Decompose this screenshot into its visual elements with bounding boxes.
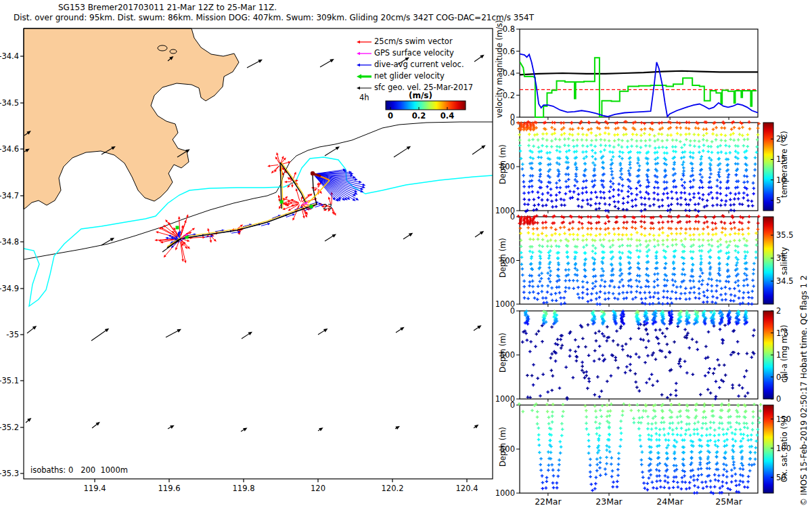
island: [170, 49, 177, 54]
map-x-tick-label: 119.6: [158, 484, 181, 493]
gps-fix-marker: [176, 226, 179, 230]
swim-vector-arrows: [154, 152, 336, 263]
oxygen-depth-label: Depth (m): [498, 427, 508, 467]
map-y-tick-label: -34.8: [0, 237, 19, 247]
map-colorbar-tick-1: 0.2: [412, 112, 426, 121]
date-tick-label: 25Mar: [715, 496, 742, 507]
colorbar-tick-label: 34.5: [776, 276, 794, 286]
map-colorbar-title: (m/s): [409, 91, 432, 100]
salinity-depth-label: Depth (m): [498, 238, 508, 278]
isobaths-label: isobaths: 0 200 1000m: [30, 466, 128, 475]
colorbar: [763, 405, 773, 493]
copyright-text: © IMOS 15-Feb-2019 02:50:17 Hobart time.…: [799, 275, 809, 506]
salinity-colorbar-title: salinity: [780, 247, 789, 275]
colorbar-tick-label: 2: [776, 306, 781, 316]
gps-fix-marker: [280, 200, 284, 204]
isobath-1000m: [24, 157, 493, 306]
temperature-depth-label: Depth (m): [498, 144, 508, 184]
velocity-panel: 00.20.40.60.8: [503, 24, 758, 122]
land-area: [24, 28, 239, 209]
colorbar: [763, 217, 773, 304]
map-y-tick-label: -34.5: [0, 98, 19, 108]
oxygen-colorbar-title: Ox. sat. ratio (%): [780, 416, 789, 482]
figure-title: SG153 Bremer201703011 21-Mar 12Z to 25-M…: [58, 3, 277, 12]
chlorophyll-scatter: [521, 310, 756, 400]
colorbar-tick-label: 0: [776, 394, 781, 404]
map-y-tick-label: -34.4: [0, 51, 19, 61]
gps-fix-marker: [185, 236, 189, 239]
velocity-tick-label: 0.4: [503, 68, 515, 78]
chlorophyll-panel: 0500100000.511.52: [495, 306, 789, 404]
oxygen-panel: 050010005010015022Mar23Mar24Mar25Mar: [495, 400, 791, 507]
glider-mission-figure: -34.4-34.5-34.6-34.7-34.8-34.9-35-35.1-3…: [0, 0, 812, 508]
chlorophyll-colorbar-title: chl-a (mg m-3): [780, 325, 789, 383]
depth-tick-label: 0: [510, 306, 515, 316]
temperature-panel: 050010005101520: [495, 118, 786, 215]
oxygen-scatter: [518, 402, 763, 494]
island: [158, 45, 167, 51]
salinity-panel: 0500100034.53535.5: [495, 212, 794, 309]
date-tick-label: 22Mar: [535, 496, 562, 507]
glider-track: [154, 152, 365, 263]
map-x-tick-label: 120.2: [382, 484, 404, 493]
map-x-tick-label: 119.8: [233, 484, 255, 493]
depth-tick-label: 0: [510, 212, 515, 221]
legend-label-gps-velocity: GPS surface velocity: [374, 49, 454, 58]
depth-tick-label: 0: [510, 400, 515, 410]
velocity-ylabel: velocity magnitude (m/s): [495, 20, 504, 118]
depth-tick-label: 0: [510, 118, 515, 127]
dive-number-label: 23: [323, 203, 332, 211]
velocity-tick-label: 0.8: [503, 24, 515, 34]
temperature-scatter: [517, 120, 761, 213]
map-y-tick-label: -34.9: [0, 284, 19, 293]
map-y-tick-label: -35: [6, 330, 19, 339]
map-y-tick-label: -34.7: [0, 191, 19, 200]
map-y-tick-label: -35.3: [0, 469, 19, 478]
date-tick-label: 23Mar: [595, 496, 623, 507]
map-x-tick-label: 120.4: [456, 484, 478, 493]
legend-label-dac-velocity: dive-avg current veloc.: [374, 60, 464, 69]
map-y-tick-label: -34.6: [0, 144, 19, 154]
map-y-tick-label: -35.1: [0, 376, 19, 385]
velocity-tick-label: 0.2: [503, 91, 515, 100]
colorbar-tick-label: 35.5: [776, 230, 794, 240]
date-tick-label: 24Mar: [656, 496, 683, 507]
map-colorbar-tick-2: 0.4: [441, 112, 454, 121]
map-x-tick-label: 120: [311, 484, 325, 493]
velocity-tick-label: 0.6: [503, 47, 515, 56]
map-colorbar-tick-0: 0: [388, 112, 393, 121]
velocity-lines: [520, 54, 758, 117]
legend-label-swim-vector: 25cm/s swim vector: [374, 37, 453, 46]
figure-subtitle: Dist. over ground: 95km. Dist. swum: 86k…: [14, 14, 534, 22]
map-x-tick-label: 119.4: [84, 484, 106, 493]
colorbar: [763, 123, 773, 211]
legend-label-net-velocity: net glider velocity: [374, 72, 445, 81]
temperature-colorbar-title: temperature (°C): [780, 131, 789, 198]
salinity-scatter: [517, 214, 761, 305]
legend-duration-label: 4h: [359, 93, 369, 102]
map-y-tick-label: -35.2: [0, 423, 19, 432]
gps-fix-marker: [310, 205, 313, 209]
chlorophyll-depth-label: Depth (m): [498, 333, 508, 373]
depth-tick-label: 1000: [495, 488, 515, 498]
